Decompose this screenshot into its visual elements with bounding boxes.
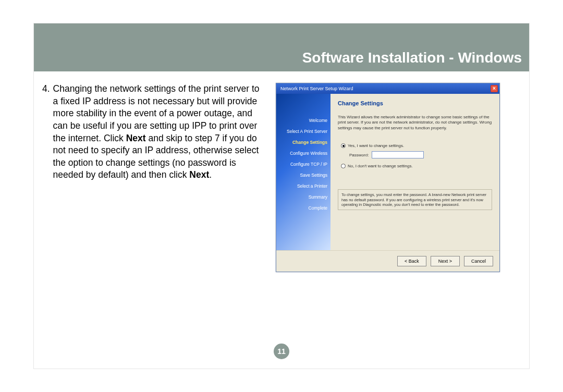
radio-yes-label: Yes, I want to change settings. bbox=[348, 143, 404, 148]
back-button[interactable]: < Back bbox=[397, 256, 426, 266]
wizard-main: Change Settings This Wizard allows the n… bbox=[331, 94, 499, 250]
section-header: Software Installation - Windows bbox=[34, 23, 529, 71]
step-bold-next-2: Next bbox=[189, 169, 209, 180]
wizard-titlebar: Network Print Server Setup Wizard × bbox=[276, 83, 499, 94]
instruction-text: 4. Changing the network settings of the … bbox=[42, 83, 266, 272]
sidebar-item-complete: Complete bbox=[279, 205, 327, 211]
page-number-badge: 11 bbox=[274, 344, 289, 359]
radio-yes-row[interactable]: Yes, I want to change settings. bbox=[341, 143, 492, 148]
wizard-title: Network Print Server Setup Wizard bbox=[280, 86, 353, 91]
password-label: Password: bbox=[349, 153, 369, 157]
cancel-button[interactable]: Cancel bbox=[464, 256, 493, 266]
manual-page: Software Installation - Windows 4. Chang… bbox=[33, 23, 530, 369]
wizard-footer: < Back Next > Cancel bbox=[276, 250, 499, 272]
step-bold-next-1: Next bbox=[126, 133, 146, 143]
next-button[interactable]: Next > bbox=[431, 256, 460, 266]
sidebar-item-change-settings: Change Settings bbox=[279, 140, 327, 145]
wizard-screenshot: Network Print Server Setup Wizard × Welc… bbox=[276, 83, 505, 272]
content-row: 4. Changing the network settings of the … bbox=[34, 71, 529, 272]
sidebar-item-configure-tcpip: Configure TCP / IP bbox=[279, 162, 327, 167]
radio-no-label: No, I don't want to change settings. bbox=[348, 164, 413, 168]
step-number: 4. bbox=[42, 83, 53, 272]
password-row: Password: bbox=[349, 151, 492, 158]
wizard-note: To change settings, you must enter the p… bbox=[338, 189, 492, 210]
sidebar-item-summary: Summary bbox=[279, 194, 327, 200]
step-body: Changing the network settings of the pri… bbox=[53, 83, 266, 272]
radio-icon[interactable] bbox=[341, 164, 346, 168]
wizard-body: Welcome Select A Print Server Change Set… bbox=[276, 94, 499, 250]
close-icon[interactable]: × bbox=[491, 85, 498, 92]
sidebar-item-select-printer: Select a Printer bbox=[279, 183, 327, 189]
wizard-sidebar: Welcome Select A Print Server Change Set… bbox=[276, 94, 331, 250]
wizard-window: Network Print Server Setup Wizard × Welc… bbox=[276, 83, 500, 272]
radio-no-row[interactable]: No, I don't want to change settings. bbox=[341, 164, 492, 168]
radio-icon[interactable] bbox=[341, 143, 346, 148]
sidebar-item-select-print-server: Select A Print Server bbox=[279, 129, 327, 134]
sidebar-item-configure-wireless: Configure Wireless bbox=[279, 151, 327, 156]
password-input[interactable] bbox=[372, 151, 424, 158]
step-text-part3: . bbox=[209, 169, 212, 180]
sidebar-item-welcome: Welcome bbox=[279, 118, 327, 123]
wizard-heading: Change Settings bbox=[338, 100, 492, 106]
sidebar-item-save-settings: Save Settings bbox=[279, 173, 327, 178]
wizard-intro-text: This Wizard allows the network administr… bbox=[338, 115, 492, 131]
section-title: Software Installation - Windows bbox=[302, 50, 522, 66]
